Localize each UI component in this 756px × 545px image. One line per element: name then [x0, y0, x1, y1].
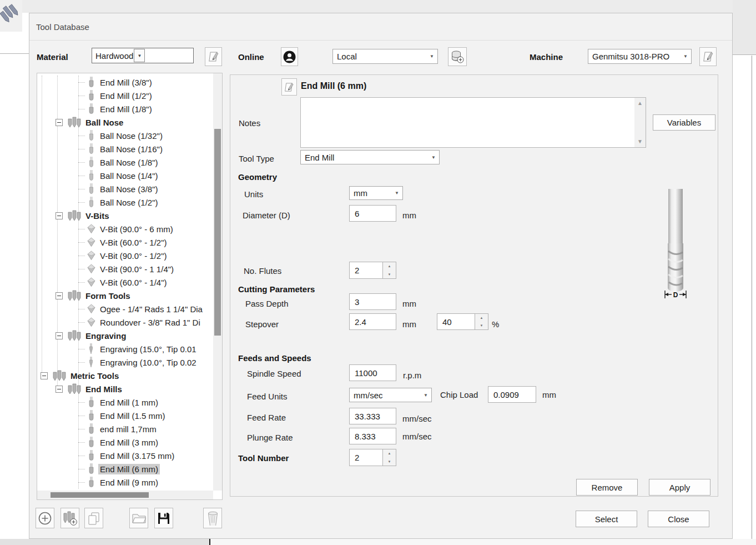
- plunge-rate-input[interactable]: [349, 428, 396, 444]
- tree-item[interactable]: Ball Nose (1/32"): [37, 129, 213, 142]
- tree-vertical-scrollbar[interactable]: [213, 73, 222, 491]
- flutes-spinner[interactable]: ▲▼: [382, 262, 396, 279]
- tree-item[interactable]: Ball Nose (1/4"): [37, 169, 213, 182]
- tree-item[interactable]: Form Tools: [37, 289, 213, 302]
- close-button[interactable]: Close: [648, 511, 709, 527]
- material-combobox[interactable]: Hardwood ▼: [92, 48, 194, 63]
- tree-item[interactable]: End Mill (1 mm): [37, 396, 213, 409]
- tree-item[interactable]: End Mill (1/2"): [37, 89, 213, 102]
- tree-item[interactable]: V-Bit (90.0° - 6 mm): [37, 222, 213, 236]
- database-source-combobox[interactable]: Local ▼: [332, 49, 438, 64]
- tree-item[interactable]: Ball Nose (3/8"): [37, 182, 213, 196]
- tree-item[interactable]: End Mill (3/8"): [37, 76, 213, 89]
- dialog-title: Tool Database: [36, 22, 89, 32]
- tree-item[interactable]: V-Bit (90.0° - 1 1/4"): [37, 262, 213, 276]
- vbit-icon: [86, 251, 96, 261]
- collapse-toggle-icon[interactable]: [41, 372, 48, 379]
- apply-button[interactable]: Apply: [649, 479, 710, 496]
- notes-scrollbar[interactable]: ▲ ▼: [634, 98, 646, 147]
- tree-item[interactable]: End Mill (6 mm): [37, 462, 213, 476]
- tree-item[interactable]: Ball Nose (1/2"): [37, 196, 213, 209]
- tool-type-combobox[interactable]: End Mill ▼: [300, 150, 440, 164]
- chip-load-input[interactable]: [488, 386, 536, 403]
- tree-item[interactable]: Ball Nose: [37, 116, 213, 129]
- spindle-speed-input[interactable]: [349, 364, 396, 381]
- tree-item[interactable]: End Mill (3.175 mm): [37, 449, 213, 462]
- stepover-percent-input[interactable]: [437, 313, 475, 330]
- tree-item[interactable]: Engraving (10.0°, Tip 0.02: [37, 356, 213, 369]
- online-database-button[interactable]: [448, 47, 467, 66]
- open-tool-database-button[interactable]: [129, 508, 148, 528]
- diameter-input[interactable]: [349, 205, 396, 222]
- tree-item[interactable]: Ball Nose (1/8"): [37, 156, 213, 169]
- spinner-down-icon[interactable]: ▼: [475, 322, 488, 329]
- collapse-toggle-icon[interactable]: [56, 386, 63, 393]
- chevron-down-icon[interactable]: ▼: [134, 49, 145, 62]
- tree-item[interactable]: Metric Tools: [37, 369, 213, 382]
- tree-item[interactable]: V-Bit (60.0° - 1/4"): [37, 276, 213, 289]
- tool-number-spinner[interactable]: ▲▼: [382, 449, 396, 466]
- tree-item[interactable]: Roundover - 3/8" Rad 1" Di: [37, 316, 213, 329]
- feed-units-combobox[interactable]: mm/sec ▼: [349, 388, 432, 402]
- tool-group-icon: [67, 117, 82, 128]
- pass-depth-input[interactable]: [349, 293, 396, 310]
- notes-textarea[interactable]: ▲ ▼: [300, 97, 646, 148]
- tree-horizontal-scrollbar[interactable]: [37, 491, 213, 499]
- tree-item[interactable]: end mill 1,7mm: [37, 422, 213, 436]
- units-value: mm: [354, 188, 367, 198]
- add-tool-button[interactable]: [36, 508, 54, 528]
- tree-item[interactable]: End Mill (1/8"): [37, 102, 213, 116]
- spinner-down-icon[interactable]: ▼: [383, 271, 396, 279]
- tree-item[interactable]: End Mills: [37, 382, 213, 396]
- tree-item[interactable]: Engraving (15.0°, Tip 0.01: [37, 342, 213, 356]
- rename-tool-button[interactable]: [281, 78, 297, 96]
- scrollbar-thumb[interactable]: [214, 129, 221, 336]
- diameter-label: Diameter (D): [243, 211, 290, 220]
- scrollbar-thumb[interactable]: [51, 492, 149, 498]
- save-tool-database-button[interactable]: [154, 508, 173, 528]
- flutes-input[interactable]: [349, 262, 383, 279]
- online-user-button[interactable]: [281, 47, 298, 66]
- copy-tool-button[interactable]: [84, 508, 103, 528]
- edit-material-button[interactable]: [205, 47, 222, 66]
- spinner-up-icon[interactable]: ▲: [383, 262, 396, 271]
- feed-rate-input[interactable]: [349, 408, 396, 424]
- add-tool-group-button[interactable]: [61, 508, 79, 528]
- flutes-label: No. Flutes: [244, 266, 281, 276]
- tree-connector: [78, 402, 85, 403]
- collapse-toggle-icon[interactable]: [56, 292, 63, 299]
- units-combobox[interactable]: mm ▼: [349, 186, 403, 200]
- edit-pencil-icon: [208, 51, 219, 63]
- machine-combobox[interactable]: Genmitsu 3018-PRO ▼: [588, 49, 692, 64]
- collapse-toggle-icon[interactable]: [56, 119, 63, 126]
- tool-tree-panel[interactable]: End Mill (3/8")End Mill (1/2")End Mill (…: [37, 73, 223, 500]
- chevron-down-icon: ▼: [391, 191, 402, 196]
- tree-item[interactable]: Ogee - 1/4" Rads 1 1/4" Dia: [37, 302, 213, 316]
- collapse-toggle-icon[interactable]: [56, 212, 63, 219]
- scroll-up-icon[interactable]: ▲: [634, 98, 646, 109]
- remove-button[interactable]: Remove: [576, 479, 638, 496]
- collapse-toggle-icon[interactable]: [56, 332, 63, 339]
- tree-connector: [78, 256, 85, 256]
- tool-number-input[interactable]: [349, 449, 383, 466]
- tree-item[interactable]: Ball Nose (1/16"): [37, 142, 213, 156]
- tree-item[interactable]: V-Bits: [37, 209, 213, 222]
- tree-item[interactable]: End Mill (1.5 mm): [37, 409, 213, 422]
- stepover-percent-spinner[interactable]: ▲▼: [475, 313, 488, 330]
- edit-machine-button[interactable]: [699, 47, 717, 66]
- tree-item[interactable]: End Mill (9 mm): [37, 476, 213, 489]
- variables-button[interactable]: Variables: [653, 114, 715, 131]
- tree-connector: [78, 456, 85, 456]
- spinner-up-icon[interactable]: ▲: [383, 449, 396, 458]
- select-button[interactable]: Select: [576, 511, 637, 527]
- spinner-down-icon[interactable]: ▼: [383, 458, 396, 466]
- tree-item[interactable]: V-Bit (90.0° - 1/2"): [37, 249, 213, 262]
- notes-label: Notes: [239, 118, 260, 128]
- delete-tool-button[interactable]: [203, 508, 222, 528]
- tree-item[interactable]: V-Bit (60.0° - 1/2"): [37, 236, 213, 249]
- spinner-up-icon[interactable]: ▲: [475, 314, 488, 322]
- scroll-down-icon[interactable]: ▼: [634, 136, 646, 147]
- stepover-input[interactable]: [349, 313, 396, 330]
- tree-item[interactable]: End Mill (3 mm): [37, 436, 213, 449]
- tree-item[interactable]: Engraving: [37, 329, 213, 342]
